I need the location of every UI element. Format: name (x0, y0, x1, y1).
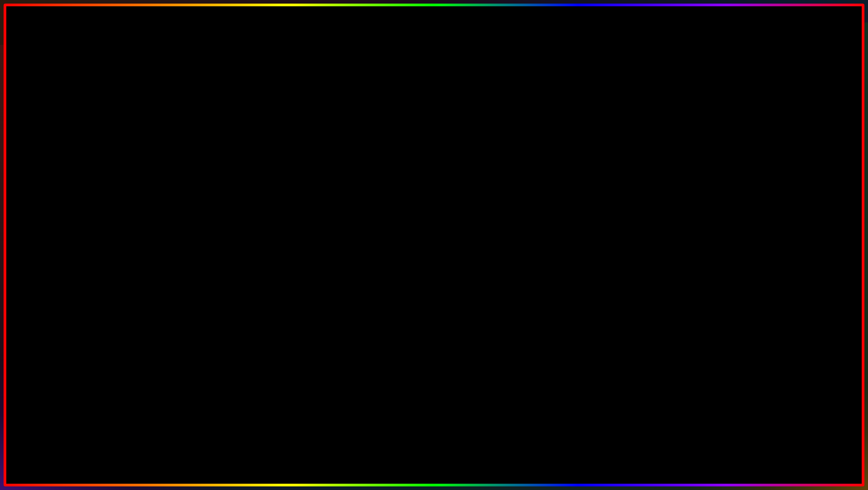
auto-hell-sword-hop: Auto Hell Sword [Hop] (532, 203, 622, 209)
mode-dropdown[interactable]: Behide ▼ (328, 151, 406, 159)
distance-label: 3/30 (396, 178, 406, 183)
king-logo-line1: KING (761, 419, 787, 425)
auto-farm-hydra-row: Auto Farm Hydra (246, 227, 324, 233)
right-nav-essentials[interactable]: Essentials (505, 112, 537, 118)
auto-farm-level-row: Auto Farm Level (246, 129, 324, 135)
dungeons-header-row: Dungeons Setting 1 Setting 2 (246, 242, 324, 247)
auto-mace-kaido-hop: Auto Mace Kaido [Hop] (532, 214, 622, 220)
boss-hydra: ✕ Hydra : Not Spawn. (328, 279, 406, 285)
left-panel-right-col: \\ Settings // Select Weapon Sword ▼ Aut… (328, 121, 406, 285)
right-nav-automatics[interactable]: Automatics (469, 112, 501, 118)
special-header: \\ Special // (440, 191, 530, 196)
auto-sunken-blade: Auto Sunken Blade (532, 176, 622, 182)
auto-dungeon-row: Auto Dungeon (246, 248, 324, 254)
divider-3 (246, 198, 324, 199)
distance-progress-bar (328, 179, 394, 182)
auto-pole: Auto Pole (440, 152, 530, 158)
auto-heal-row: Auto Heal [Cybrog] (246, 260, 324, 266)
divider-rp4 (532, 245, 622, 245)
auto-mom-blade-hop: Auto Mom Blade [Hop] (440, 238, 530, 244)
boss-sea-beast: ✕ Sea Beast : Not Spawn. (328, 265, 406, 272)
auto-metal-trident-hop: Auto Metal Trident [Hop] (532, 170, 622, 176)
red-square-icon (247, 130, 251, 134)
divider-r3 (328, 257, 406, 258)
right-nav-settings[interactable]: Settings (592, 112, 618, 118)
divider-2 (246, 177, 324, 178)
first-sea-header: \\ First Sea // (440, 123, 530, 128)
stat-defense: Defense (328, 198, 406, 204)
auto-longaevus: Auto Longaevus (440, 220, 530, 226)
divider-1 (246, 142, 324, 143)
nav-settings[interactable]: Settings (398, 112, 425, 118)
right-nav-visuals[interactable]: Visuals (565, 112, 588, 118)
right-panel-title: Xenon Hub V2 Add-On Scripts - Tuesday, J… (440, 102, 622, 110)
first-sea-col: \\ First Sea // Auto Bisento Auto Bisent… (440, 121, 530, 274)
nav-automatics[interactable]: Automatics (275, 112, 308, 118)
divider-5 (246, 241, 324, 241)
auto-saber: Auto Saber (440, 164, 530, 170)
auto-farm-bosses-row: Auto Farm Bosses (246, 150, 324, 156)
auto-anubis-axe-hop: Auto Anubis Axe [Hop] (532, 135, 622, 141)
boss-king-samurai: ✕ King Samurai : Not Spawn (440, 267, 530, 274)
boss-dropdown[interactable]: Prince Aria [Lv. 3700] ▼ (246, 168, 324, 176)
auto-jitter-hop: Auto Jitter [Hop] (440, 147, 530, 152)
special-bosses-dropdown[interactable]: Kaido ▼ (532, 260, 622, 267)
auto-saber-hop: Auto Saber [Hop] (440, 170, 530, 176)
right-nav-combat[interactable]: Combat (541, 112, 561, 118)
select-weapon-label-row: Select Weapon (328, 129, 406, 135)
special-bosses-dropdown-arrow: ▼ (617, 261, 619, 266)
right-panel: Xenon Hub V2 Add-On Scripts - Tuesday, J… (436, 99, 625, 289)
weapon-dropdown[interactable]: Sword ▼ (328, 136, 406, 143)
divider-rp1 (440, 189, 530, 189)
hydra-header: \\ Hydra // (246, 221, 324, 226)
mode-dropdown-arrow: ▼ (401, 152, 403, 157)
skill-header: \\ Skill Settings // (328, 229, 406, 234)
stat-power-fruit: Power Fruit (328, 210, 406, 216)
auto-mace-kaido: Auto Mace Kaido (532, 209, 622, 214)
red-x-rp-2: ✕ (440, 254, 446, 260)
logo-text-container: KING LEGACY (761, 419, 787, 431)
auto-phoenix-blade: Auto Phoenix Blade (532, 232, 622, 238)
points-progress-bar (328, 223, 392, 225)
divider-4 (246, 219, 324, 220)
boss-dropdown-arrow: ▼ (319, 169, 322, 174)
red-x-icon-1: ✕ (328, 266, 334, 272)
auto-jitter: Auto Jitter (440, 141, 530, 147)
ghost-ship-header: \\ Ghost Ship // (246, 200, 324, 205)
auto-sea-beast-row: Auto Sea Beast (246, 185, 324, 191)
nav-essentials[interactable]: Essentials (311, 112, 344, 118)
points-bar-row: 3/100 (328, 222, 406, 226)
settings-header: \\ Settings // (328, 123, 406, 128)
auto-sunken-blade-hop: Auto Sunken Blade [Hop] (532, 182, 622, 187)
nav-combat[interactable]: Combat (347, 112, 368, 118)
auto-muramasa: Auto Muramasa (532, 220, 622, 226)
auto-skill-label: Auto Skill (328, 236, 406, 241)
auto-anubis-axe: Auto Anubis Axe (532, 129, 622, 135)
bottom-text: UPDATE 4.5 SCRIPT PASTEBIN (0, 432, 868, 477)
auto-bisento: Auto Bisento (440, 129, 530, 135)
nav-general[interactable]: General (248, 112, 272, 118)
raid-boss-header: \\ Raid Boss // (532, 191, 622, 196)
king-legacy-logo: KING LEGACY (733, 355, 814, 436)
auto-authentic-katana: Auto Authentic Katana (440, 197, 530, 203)
nav-visuals[interactable]: Visuals (371, 112, 395, 118)
points-display: 3/100 (394, 222, 406, 226)
skills-dropdown[interactable]: Z, X, C, V, B, E ▼ (328, 248, 406, 256)
lock-level-input[interactable]: Enter Level Here. (328, 166, 406, 172)
auto-bisento-hop: Auto Bisento [Hop] (440, 135, 530, 141)
divider-r1 (328, 184, 406, 185)
title-container: KING LEGACY (0, 9, 868, 81)
right-nav-general[interactable]: General (442, 112, 465, 118)
stats-header: \\ Stats // (328, 186, 406, 191)
auto-adventure-knife: Auto Adventure Knife (532, 141, 622, 147)
auto-mom-blade: Auto Mom Blade (440, 232, 530, 238)
auto-cookie-blade-hop: Auto Cookie Blade [Hop] (532, 158, 622, 164)
select-special-bosses-label: Select Special Bosses (532, 253, 622, 259)
distance-bar-row: 3/30 (328, 178, 406, 183)
red-x-rp-1: ✕ (440, 248, 446, 253)
auto-longaevus-hop: Auto Longaevus [Hop] (440, 226, 530, 232)
weapon-dropdown-arrow: ▼ (401, 137, 403, 142)
auto-hell-sword: Auto Hell Sword (532, 197, 622, 203)
auto-metal-trident: Auto Metal Trident (532, 164, 622, 170)
distance-progress-fill (328, 179, 394, 182)
